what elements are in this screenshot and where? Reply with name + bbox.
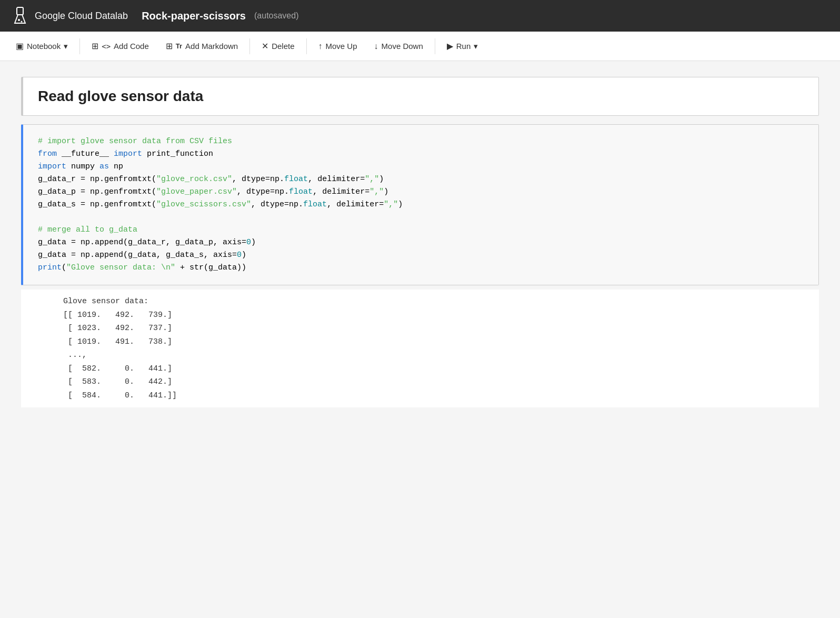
- code-line-10: g_data = np.append(g_data, g_data_s, axi…: [38, 249, 804, 262]
- add-markdown-label: Add Markdown: [185, 42, 238, 51]
- move-up-icon: ↑: [318, 42, 323, 51]
- delete-icon: ✕: [262, 41, 268, 51]
- add-code-icon: ⊞: [92, 41, 98, 51]
- notebook-label: Notebook: [27, 42, 61, 51]
- svg-rect-0: [17, 7, 23, 15]
- add-code-button[interactable]: ⊞ <> Add Code: [84, 37, 156, 55]
- notebook-title: Rock-paper-scissors: [142, 10, 246, 22]
- output-line-8: [ 584. 0. 441.]]: [63, 389, 804, 403]
- output-line-7: [ 583. 0. 442.]: [63, 375, 804, 389]
- output-line-3: [ 1023. 492. 737.]: [63, 322, 804, 335]
- code-line-3: import numpy as np: [38, 161, 804, 173]
- output-line-2: [[ 1019. 492. 739.]: [63, 308, 804, 322]
- topbar: Google Cloud Datalab Rock-paper-scissors…: [0, 0, 840, 32]
- move-up-button[interactable]: ↑ Move Up: [311, 37, 365, 55]
- output-line-4: [ 1019. 491. 738.]: [63, 335, 804, 349]
- divider-4: [435, 38, 435, 54]
- run-label: Run: [456, 42, 471, 51]
- code-line-6: g_data_s = np.genfromtxt("glove_scissors…: [38, 198, 804, 211]
- code-comment-2: # merge all to g_data: [38, 224, 804, 236]
- output-cell: Glove sensor data: [[ 1019. 492. 739.] […: [21, 290, 819, 407]
- move-up-label: Move Up: [326, 42, 357, 51]
- code-cell[interactable]: # import glove sensor data from CSV file…: [21, 124, 819, 285]
- markdown-cell: Read glove sensor data: [21, 77, 819, 116]
- divider-3: [306, 38, 307, 54]
- add-markdown-button[interactable]: ⊞ Tr Add Markdown: [158, 37, 245, 55]
- svg-point-1: [18, 19, 20, 21]
- move-down-label: Move Down: [382, 42, 423, 51]
- cell-heading: Read glove sensor data: [38, 88, 804, 105]
- run-dropdown-icon: ▾: [474, 42, 478, 51]
- code-line-4: g_data_r = np.genfromtxt("glove_rock.csv…: [38, 173, 804, 186]
- code-line-2: from __future__ import print_function: [38, 148, 804, 161]
- markdown-T-icon: Tr: [176, 42, 182, 50]
- svg-point-2: [21, 21, 23, 23]
- logo-text: Google Cloud Datalab: [35, 11, 128, 22]
- divider-1: [79, 38, 80, 54]
- delete-button[interactable]: ✕ Delete: [254, 37, 302, 55]
- code-empty-1: [38, 211, 804, 224]
- delete-label: Delete: [272, 42, 294, 51]
- add-code-label: Add Code: [114, 42, 149, 51]
- output-line-5: ...,: [63, 348, 804, 362]
- add-markdown-icon: ⊞: [166, 41, 173, 51]
- autosaved-label: (autosaved): [254, 11, 299, 21]
- code-line-11: print("Glove sensor data: \n" + str(g_da…: [38, 262, 804, 274]
- output-line-6: [ 582. 0. 441.]: [63, 362, 804, 376]
- code-brackets-icon: <>: [102, 42, 111, 51]
- move-down-button[interactable]: ↓ Move Down: [367, 37, 431, 55]
- notebook-icon: ▣: [16, 41, 24, 51]
- code-comment-1: # import glove sensor data from CSV file…: [38, 135, 804, 148]
- run-button[interactable]: ▶ Run ▾: [439, 37, 486, 55]
- main-content: Read glove sensor data # import glove se…: [0, 61, 840, 618]
- logo: Google Cloud Datalab: [11, 6, 128, 25]
- run-icon: ▶: [447, 41, 453, 51]
- notebook-button[interactable]: ▣ Notebook ▾: [8, 37, 75, 55]
- divider-2: [249, 38, 250, 54]
- toolbar: ▣ Notebook ▾ ⊞ <> Add Code ⊞ Tr Add Mark…: [0, 32, 840, 61]
- code-line-5: g_data_p = np.genfromtxt("glove_paper.cs…: [38, 186, 804, 198]
- output-line-1: Glove sensor data:: [63, 295, 804, 308]
- move-down-icon: ↓: [374, 42, 378, 51]
- code-line-9: g_data = np.append(g_data_r, g_data_p, a…: [38, 236, 804, 249]
- notebook-dropdown-icon: ▾: [64, 42, 68, 51]
